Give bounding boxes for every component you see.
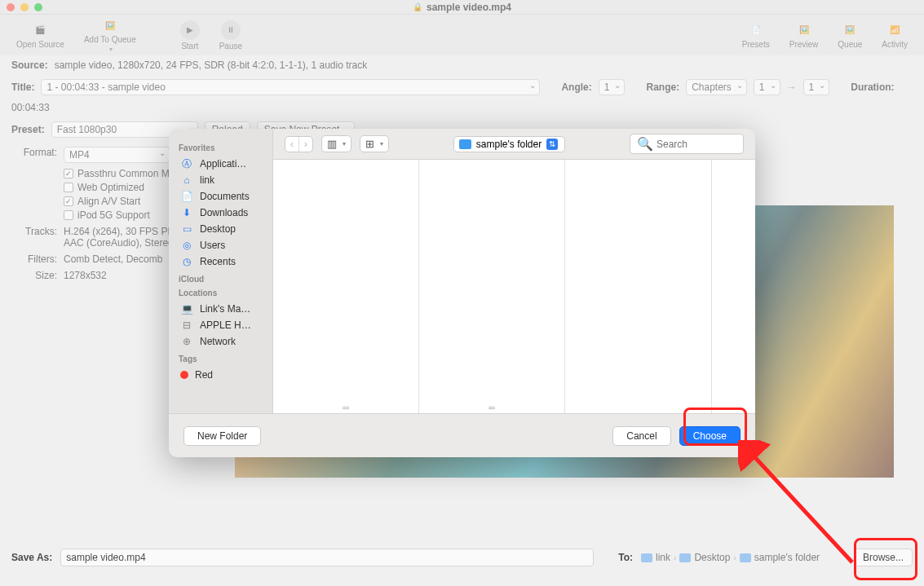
view-grid-button[interactable]: ⊞▾	[360, 135, 389, 152]
folder-picker-sheet: Favorites ⒶApplicati… ⌂link 📄Documents ⬇…	[169, 129, 755, 457]
chevron-down-icon[interactable]: ▾	[380, 140, 383, 148]
columns-icon: ▥	[327, 138, 337, 150]
finder-sidebar: Favorites ⒶApplicati… ⌂link 📄Documents ⬇…	[169, 129, 273, 413]
sidebar-tag-red[interactable]: Red	[179, 367, 266, 383]
sidebar-item-recents[interactable]: ◷Recents	[179, 253, 266, 270]
favorites-section: Favorites	[179, 143, 266, 152]
document-icon: 📄	[180, 191, 193, 202]
users-icon: ◎	[180, 240, 193, 251]
sidebar-item-applications[interactable]: ⒶApplicati…	[179, 156, 266, 172]
back-icon[interactable]: ‹	[285, 137, 298, 152]
sidebar-item-desktop[interactable]: ▭Desktop	[179, 221, 266, 237]
clock-icon: ◷	[180, 256, 193, 267]
search-input[interactable]	[657, 139, 736, 150]
tags-section: Tags	[179, 355, 266, 363]
sidebar-item-link[interactable]: ⌂link	[179, 172, 266, 188]
red-tag-icon	[180, 371, 188, 379]
search-icon: 🔍	[637, 136, 653, 152]
app-icon: Ⓐ	[180, 158, 193, 170]
sidebar-item-documents[interactable]: 📄Documents	[179, 188, 266, 205]
choose-button[interactable]: Choose	[679, 426, 741, 446]
forward-icon[interactable]: ›	[298, 137, 312, 152]
search-field[interactable]: 🔍	[630, 134, 744, 154]
nav-back-forward[interactable]: ‹›	[285, 136, 313, 152]
sidebar-item-downloads[interactable]: ⬇Downloads	[179, 205, 266, 221]
sidebar-item-network[interactable]: ⊕Network	[179, 333, 266, 350]
path-updown-icon[interactable]: ⇅	[546, 139, 558, 150]
disk-icon: ⊟	[180, 319, 193, 331]
view-columns-button[interactable]: ▥▾	[321, 135, 351, 152]
cancel-button[interactable]: Cancel	[612, 426, 670, 446]
finder-toolbar: ‹› ▥▾ ⊞▾ sample's folder⇅ 🔍	[273, 129, 755, 160]
path-popup[interactable]: sample's folder⇅	[453, 136, 565, 152]
desktop-icon: ▭	[180, 223, 193, 235]
sidebar-item-mac[interactable]: 💻Link's Ma…	[179, 301, 266, 317]
column-browser[interactable]	[273, 160, 755, 413]
download-icon: ⬇	[180, 207, 193, 218]
globe-icon: ⊕	[180, 336, 193, 347]
sidebar-item-apple-disk[interactable]: ⊟APPLE H…	[179, 317, 266, 333]
column-resizer[interactable]	[343, 407, 349, 412]
laptop-icon: 💻	[180, 303, 193, 315]
locations-section: Locations	[179, 289, 266, 297]
icloud-section: iCloud	[179, 275, 266, 284]
column-resizer[interactable]	[489, 407, 495, 412]
new-folder-button[interactable]: New Folder	[183, 426, 261, 446]
home-icon: ⌂	[180, 174, 193, 186]
sidebar-item-users[interactable]: ◎Users	[179, 237, 266, 253]
grid-icon: ⊞	[365, 138, 374, 150]
chevron-down-icon[interactable]: ▾	[343, 140, 346, 148]
folder-icon	[459, 139, 471, 149]
